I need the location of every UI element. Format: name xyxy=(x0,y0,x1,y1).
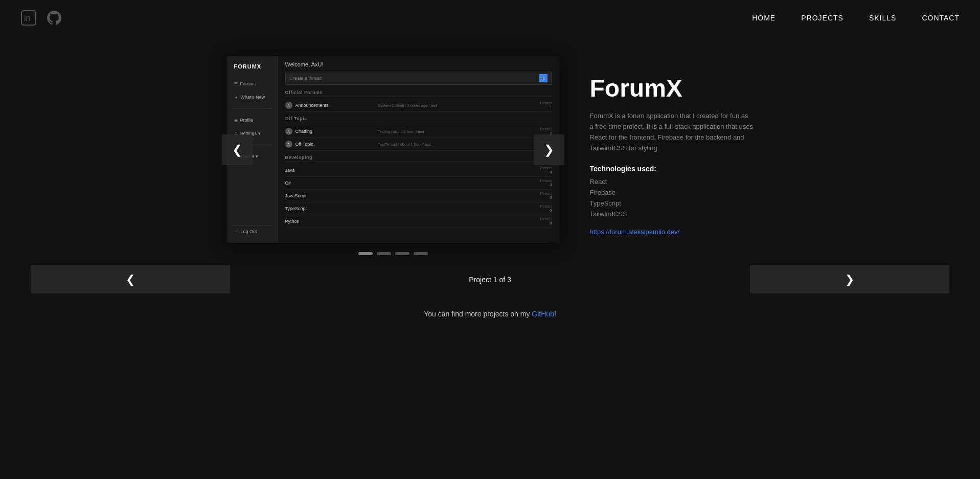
row-name-java: Java xyxy=(285,168,537,173)
section-title-offtopic: Off Topic xyxy=(285,116,552,123)
tech-react: React xyxy=(590,178,754,186)
forum-welcome: Welcome, AxU! xyxy=(285,61,552,67)
row-name-offtopic: Off Topic xyxy=(295,142,375,147)
nav-contact[interactable]: CONTACT xyxy=(922,14,960,22)
forum-main: Welcome, AxU! + Official Forums A Announ… xyxy=(278,56,559,243)
row-name-announcements: Announcements xyxy=(295,103,375,108)
sidebar-bottom: → Log Out xyxy=(232,223,272,236)
section-developing: Developing Java Threads 0 C# Threads xyxy=(285,155,552,228)
github-icon[interactable] xyxy=(46,10,62,26)
bottom-nav: ❮ Project 1 of 3 ❯ xyxy=(0,255,980,304)
row-count-csharp: Threads 0 xyxy=(540,179,552,187)
forum-row-chatting: A Chatting Testing / about 1 hour / test… xyxy=(285,125,552,138)
sidebar-divider-1 xyxy=(232,108,272,109)
count-label-announcements: Threads xyxy=(540,101,552,105)
sidebar-logout[interactable]: → Log Out xyxy=(232,227,272,236)
avatar-announcements: A xyxy=(285,102,292,109)
create-thread-input[interactable] xyxy=(290,76,539,81)
project-description: ForumX is a forum application that I cre… xyxy=(590,111,754,153)
forum-row-java: Java Threads 0 xyxy=(285,164,552,177)
project-counter: Project 1 of 3 xyxy=(469,276,511,284)
forums-icon: ☰ xyxy=(234,82,238,86)
svg-text:in: in xyxy=(24,14,30,22)
dot-1[interactable] xyxy=(358,252,373,255)
sidebar-profile[interactable]: ◉ Profile xyxy=(232,116,272,124)
row-meta-announcements: System Difficult / 2 hours ago / test xyxy=(378,103,537,108)
whats-new-icon: ◄ xyxy=(234,95,238,100)
forum-row-typescript: TypeScript Threads 0 xyxy=(285,202,552,215)
section-off-topic: Off Topic A Chatting Testing / about 1 h… xyxy=(285,116,552,151)
prev-project-btn[interactable]: ❮ xyxy=(31,265,230,293)
section-title-official: Official Forums xyxy=(285,90,552,97)
project-link[interactable]: https://forum.aleksipamilo.dev/ xyxy=(590,228,680,236)
avatar-offtopic: A xyxy=(285,141,292,148)
forum-row-offtopic: A Off Topic TestThread / about 1 hour / … xyxy=(285,138,552,151)
sidebar-divider-3 xyxy=(232,225,272,225)
row-name-chatting: Chatting xyxy=(295,129,375,134)
forum-row-announcements: A Announcements System Difficult / 2 hou… xyxy=(285,99,552,112)
dot-3[interactable] xyxy=(395,252,409,255)
forum-row-javascript: JavaScript Threads 0 xyxy=(285,190,552,202)
tech-list: React Firebase TypeScript TailwindCSS xyxy=(590,178,754,218)
tech-firebase: Firebase xyxy=(590,189,754,196)
tech-heading: Technologies used: xyxy=(590,165,754,173)
project-title: ForumX xyxy=(590,75,754,102)
screenshot-prev-btn[interactable]: ❮ xyxy=(222,134,253,165)
count-label-chatting: Threads xyxy=(540,127,552,131)
row-count-typescript: Threads 0 xyxy=(540,204,552,213)
linkedin-icon[interactable]: in xyxy=(20,10,37,26)
next-project-btn[interactable]: ❯ xyxy=(750,265,949,293)
find-more-text: You can find more projects on my xyxy=(424,310,532,318)
nav-home[interactable]: HOME xyxy=(752,14,776,22)
avatar-chatting: A xyxy=(285,128,292,135)
create-thread-submit[interactable]: + xyxy=(539,74,548,82)
find-more: You can find more projects on my GitHub! xyxy=(0,310,980,318)
nav-links: HOME PROJECTS SKILLS CONTACT xyxy=(752,13,960,22)
row-name-python: Python xyxy=(285,219,537,224)
dots-indicator xyxy=(358,252,428,255)
screenshot-next-btn[interactable]: ❯ xyxy=(534,134,564,165)
forum-row-python: Python Threads 0 xyxy=(285,215,552,228)
forum-mockup: FORUMX ☰ Forums ◄ What's New ◉ Profile xyxy=(227,56,559,243)
row-meta-offtopic: TestThread / about 1 hour / test xyxy=(378,142,537,147)
section-official-forums: Official Forums A Announcements System D… xyxy=(285,90,552,112)
dot-2[interactable] xyxy=(377,252,391,255)
forum-logo: FORUMX xyxy=(232,63,272,70)
profile-icon: ◉ xyxy=(234,118,238,123)
section-title-developing: Developing xyxy=(285,155,552,162)
row-meta-chatting: Testing / about 1 hour / test xyxy=(378,129,537,134)
row-count-java: Threads 0 xyxy=(540,166,552,174)
nav-skills[interactable]: SKILLS xyxy=(869,14,896,22)
github-link[interactable]: GitHub xyxy=(532,310,554,318)
tech-typescript: TypeScript xyxy=(590,199,754,207)
project-info: ForumX ForumX is a forum application tha… xyxy=(590,75,754,237)
row-name-javascript: JavaScript xyxy=(285,193,537,198)
project-screenshot-wrapper: ❮ FORUMX ☰ Forums ◄ What's New xyxy=(227,56,559,243)
create-thread-bar: + xyxy=(285,72,552,85)
nav-projects[interactable]: PROJECTS xyxy=(801,14,844,22)
row-count-javascript: Threads 0 xyxy=(540,192,552,200)
row-count-announcements: Threads 1 xyxy=(540,101,552,109)
tech-tailwind: TailwindCSS xyxy=(590,210,754,218)
logout-icon: → xyxy=(234,230,238,234)
row-name-typescript: TypeScript xyxy=(285,206,537,211)
sidebar-forums[interactable]: ☰ Forums xyxy=(232,80,272,88)
forum-row-csharp: C# Threads 0 xyxy=(285,177,552,190)
dot-4[interactable] xyxy=(414,252,428,255)
social-icons: in xyxy=(20,10,62,26)
navbar: in HOME PROJECTS SKILLS CONTACT xyxy=(0,0,980,36)
row-name-csharp: C# xyxy=(285,180,537,186)
main-content: ❮ FORUMX ☰ Forums ◄ What's New xyxy=(0,36,980,255)
row-count-python: Threads 0 xyxy=(540,217,552,225)
sidebar-whats-new[interactable]: ◄ What's New xyxy=(232,93,272,101)
